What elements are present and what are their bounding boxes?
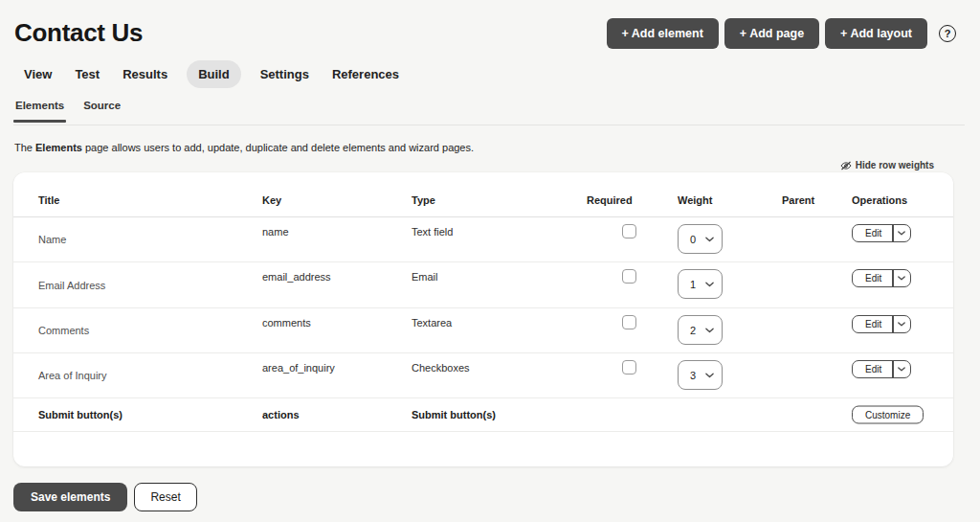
element-title: Comments xyxy=(38,325,89,336)
chevron-down-icon[interactable] xyxy=(894,225,910,241)
edit-button[interactable]: Edit xyxy=(852,269,911,287)
description-suffix: page allows users to add, update, duplic… xyxy=(82,142,474,153)
reset-button[interactable]: Reset xyxy=(134,483,196,511)
column-header-title: Title xyxy=(38,194,59,206)
chevron-down-icon xyxy=(705,328,714,333)
elements-table-card: Title Key Type Required Weight Parent Op… xyxy=(13,172,953,466)
table-row: Name name Text field 0 Edit xyxy=(13,217,953,262)
edit-button-label: Edit xyxy=(853,225,892,241)
column-header-operations: Operations xyxy=(852,194,907,206)
table-row: Comments comments Textarea 2 Edit xyxy=(13,308,953,353)
element-title: Name xyxy=(38,234,66,245)
hide-row-weights-link[interactable]: Hide row weights xyxy=(840,160,934,170)
element-title: Email Address xyxy=(38,280,105,291)
element-key: comments xyxy=(262,317,311,329)
edit-button-label: Edit xyxy=(853,316,892,332)
column-header-parent: Parent xyxy=(782,194,814,206)
description-bold: Elements xyxy=(35,142,82,153)
weight-value: 1 xyxy=(690,279,696,290)
customize-button[interactable]: Customize xyxy=(852,406,924,424)
required-checkbox[interactable] xyxy=(622,315,636,329)
element-type: Checkboxes xyxy=(412,362,470,374)
weight-value: 0 xyxy=(690,234,696,245)
table-row: Email Address email_address Email 1 Edit xyxy=(13,262,953,308)
chevron-down-icon xyxy=(705,237,714,242)
edit-button-label: Edit xyxy=(853,270,892,286)
edit-button[interactable]: Edit xyxy=(852,224,911,242)
column-header-weight: Weight xyxy=(678,194,712,206)
required-checkbox[interactable] xyxy=(622,224,636,238)
edit-button-label: Edit xyxy=(853,361,892,377)
chevron-down-icon xyxy=(705,373,714,378)
weight-select[interactable]: 3 xyxy=(678,360,723,390)
weight-value: 2 xyxy=(690,325,696,336)
weight-select[interactable]: 1 xyxy=(678,269,723,299)
add-layout-button[interactable]: + Add layout xyxy=(825,18,927,49)
add-element-button[interactable]: + Add element xyxy=(607,18,719,49)
required-checkbox[interactable] xyxy=(622,269,636,284)
column-header-type: Type xyxy=(412,194,435,206)
secondary-tabs: Elements Source xyxy=(15,100,121,123)
element-type: Text field xyxy=(412,226,453,238)
table-header-row: Title Key Type Required Weight Parent Op… xyxy=(13,191,953,217)
required-checkbox[interactable] xyxy=(622,360,636,374)
element-key: actions xyxy=(262,409,300,420)
tab-results[interactable]: Results xyxy=(122,60,167,88)
footer-actions: Save elements Reset xyxy=(13,483,197,511)
chevron-down-icon[interactable] xyxy=(894,361,910,377)
table-row: Area of Inquiry area_of_inquiry Checkbox… xyxy=(13,353,953,398)
element-title: Area of Inquiry xyxy=(38,370,107,381)
description-prefix: The xyxy=(14,142,35,153)
element-type: Submit button(s) xyxy=(412,409,496,420)
column-header-required: Required xyxy=(587,194,633,206)
element-key: area_of_inquiry xyxy=(262,362,335,374)
tab-view[interactable]: View xyxy=(24,60,52,88)
tab-test[interactable]: Test xyxy=(75,60,100,88)
primary-tabs: View Test Results Build Settings Referen… xyxy=(24,60,399,88)
element-key: name xyxy=(262,226,289,238)
page-description: The Elements page allows users to add, u… xyxy=(14,142,474,153)
element-title: Submit button(s) xyxy=(38,409,122,420)
webform-build-page: Contact Us + Add element + Add page + Ad… xyxy=(0,0,980,522)
edit-button[interactable]: Edit xyxy=(852,315,911,333)
chevron-down-icon[interactable] xyxy=(894,270,910,286)
table-row: Submit button(s) actions Submit button(s… xyxy=(13,398,953,432)
eye-slash-icon xyxy=(840,161,852,170)
tab-build[interactable]: Build xyxy=(187,60,241,88)
tab-references[interactable]: References xyxy=(332,60,399,88)
tab-settings[interactable]: Settings xyxy=(260,60,309,88)
add-page-button[interactable]: + Add page xyxy=(724,18,819,49)
chevron-down-icon xyxy=(705,282,714,287)
subtab-source[interactable]: Source xyxy=(83,100,121,123)
edit-button[interactable]: Edit xyxy=(852,360,911,378)
weight-select[interactable]: 0 xyxy=(678,224,723,254)
weight-select[interactable]: 2 xyxy=(678,315,723,345)
element-type: Email xyxy=(412,271,438,283)
save-elements-button[interactable]: Save elements xyxy=(13,483,127,511)
page-title: Contact Us xyxy=(14,18,143,48)
hide-row-weights-label: Hide row weights xyxy=(856,160,934,170)
header-actions: + Add element + Add page + Add layout ? xyxy=(607,18,956,49)
help-icon[interactable]: ? xyxy=(939,25,956,42)
column-header-key: Key xyxy=(262,194,281,206)
element-type: Textarea xyxy=(412,317,452,329)
tabs-divider xyxy=(13,125,965,125)
element-key: email_address xyxy=(262,271,331,283)
subtab-elements[interactable]: Elements xyxy=(15,100,64,123)
chevron-down-icon[interactable] xyxy=(894,316,910,332)
weight-value: 3 xyxy=(690,370,696,381)
